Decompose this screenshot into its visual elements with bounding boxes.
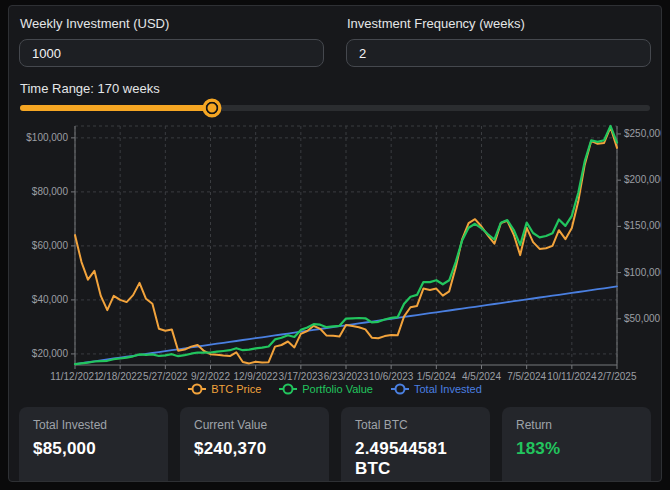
weekly-investment-field-group: Weekly Investment (USD) bbox=[19, 13, 324, 67]
stats-cards-row: Total Invested $85,000 Current Value $24… bbox=[19, 407, 651, 482]
svg-text:10/11/2024: 10/11/2024 bbox=[547, 371, 597, 382]
svg-text:2/7/2025: 2/7/2025 bbox=[598, 371, 637, 382]
return-card: Return 183% bbox=[502, 407, 651, 482]
svg-text:$200,000: $200,000 bbox=[624, 174, 662, 185]
total-invested-value: $85,000 bbox=[33, 439, 154, 459]
weekly-investment-label: Weekly Investment (USD) bbox=[20, 16, 324, 31]
svg-text:12/9/2022: 12/9/2022 bbox=[233, 371, 278, 382]
total-btc-card: Total BTC 2.49544581 BTC bbox=[341, 407, 490, 482]
card-label: Total Invested bbox=[33, 418, 154, 432]
total-invested-card: Total Invested $85,000 bbox=[19, 407, 168, 482]
btc-price-legend-marker-icon bbox=[188, 388, 206, 390]
svg-text:6/23/2023: 6/23/2023 bbox=[324, 371, 369, 382]
svg-text:1/5/2024: 1/5/2024 bbox=[417, 371, 456, 382]
chart-svg: $20,000$40,000$60,000$80,000$100,000$50,… bbox=[19, 117, 662, 383]
svg-text:$80,000: $80,000 bbox=[32, 186, 69, 197]
legend-item-btc-price[interactable]: BTC Price bbox=[188, 383, 261, 395]
svg-text:4/5/2024: 4/5/2024 bbox=[462, 371, 501, 382]
inputs-row: Weekly Investment (USD) Investment Frequ… bbox=[19, 13, 651, 67]
svg-text:$150,000: $150,000 bbox=[624, 220, 662, 231]
svg-text:10/6/2023: 10/6/2023 bbox=[369, 371, 414, 382]
svg-text:$50,000: $50,000 bbox=[624, 313, 661, 324]
svg-text:$20,000: $20,000 bbox=[32, 348, 69, 359]
legend-item-total-invested[interactable]: Total Invested bbox=[391, 383, 482, 395]
legend-label: Portfolio Value bbox=[302, 383, 373, 395]
svg-text:2/18/2022: 2/18/2022 bbox=[98, 371, 143, 382]
current-value-card: Current Value $240,370 bbox=[180, 407, 329, 482]
svg-text:7/5/2024: 7/5/2024 bbox=[507, 371, 546, 382]
svg-text:$60,000: $60,000 bbox=[32, 240, 69, 251]
svg-text:9/2/2022: 9/2/2022 bbox=[191, 371, 230, 382]
time-range-slider-handle[interactable] bbox=[203, 99, 222, 118]
legend-label: Total Invested bbox=[414, 383, 482, 395]
svg-text:3/17/2023: 3/17/2023 bbox=[279, 371, 324, 382]
card-label: Current Value bbox=[194, 418, 315, 432]
svg-text:$100,000: $100,000 bbox=[26, 132, 68, 143]
total-invested-legend-marker-icon bbox=[391, 388, 409, 390]
current-value-value: $240,370 bbox=[194, 439, 315, 459]
return-value: 183% bbox=[516, 439, 637, 459]
chart-legend: BTC Price Portfolio Value Total Invested bbox=[19, 383, 651, 395]
svg-text:$40,000: $40,000 bbox=[32, 294, 69, 305]
dca-calculator-app: Weekly Investment (USD) Investment Frequ… bbox=[8, 5, 662, 482]
frequency-input[interactable] bbox=[346, 39, 651, 67]
card-label: Total BTC bbox=[355, 418, 476, 432]
svg-text:5/27/2022: 5/27/2022 bbox=[143, 371, 188, 382]
legend-label: BTC Price bbox=[211, 383, 261, 395]
svg-text:$250,000: $250,000 bbox=[624, 128, 662, 139]
card-label: Return bbox=[516, 418, 637, 432]
frequency-field-group: Investment Frequency (weeks) bbox=[346, 13, 651, 67]
time-range-slider-fill bbox=[20, 105, 212, 111]
svg-text:11/12/2021: 11/12/2021 bbox=[50, 371, 100, 382]
legend-item-portfolio-value[interactable]: Portfolio Value bbox=[279, 383, 373, 395]
weekly-investment-input[interactable] bbox=[19, 39, 324, 67]
time-range-slider-track[interactable] bbox=[20, 105, 650, 111]
portfolio-value-legend-marker-icon bbox=[279, 388, 297, 390]
total-btc-value: 2.49544581 BTC bbox=[355, 439, 476, 479]
time-range-label: Time Range: 170 weeks bbox=[20, 81, 651, 96]
time-range-section: Time Range: 170 weeks bbox=[19, 81, 651, 111]
chart-section: $20,000$40,000$60,000$80,000$100,000$50,… bbox=[19, 117, 651, 395]
svg-text:$100,000: $100,000 bbox=[624, 267, 662, 278]
frequency-label: Investment Frequency (weeks) bbox=[347, 16, 651, 31]
